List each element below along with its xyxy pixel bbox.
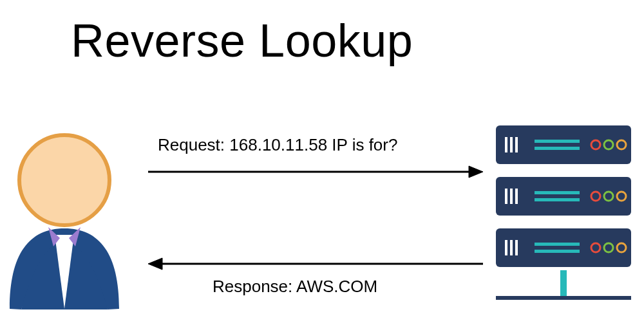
svg-rect-24: [505, 240, 507, 255]
svg-rect-19: [535, 198, 580, 201]
server-stack-icon: [489, 125, 638, 325]
arrow-right-icon: [148, 162, 483, 181]
svg-rect-9: [535, 140, 580, 143]
svg-rect-32: [560, 270, 567, 296]
svg-rect-28: [535, 250, 580, 253]
arrow-left-icon: [148, 254, 483, 273]
svg-rect-33: [496, 296, 631, 300]
request-label: Request: 168.10.11.58 IP is for?: [158, 135, 397, 155]
svg-rect-10: [535, 147, 580, 150]
svg-marker-4: [148, 258, 162, 270]
svg-rect-15: [505, 189, 507, 204]
svg-rect-18: [535, 191, 580, 194]
svg-rect-27: [535, 243, 580, 246]
svg-point-0: [19, 135, 109, 225]
svg-rect-7: [510, 137, 513, 152]
svg-rect-17: [515, 189, 518, 204]
response-label: Response: AWS.COM: [213, 277, 377, 297]
svg-rect-6: [505, 137, 507, 152]
svg-rect-16: [510, 189, 513, 204]
user-icon: [3, 125, 126, 312]
svg-marker-2: [469, 166, 483, 178]
svg-rect-25: [510, 240, 513, 255]
diagram-title: Reverse Lookup: [71, 14, 413, 67]
svg-rect-26: [515, 240, 518, 255]
svg-rect-8: [515, 137, 518, 152]
